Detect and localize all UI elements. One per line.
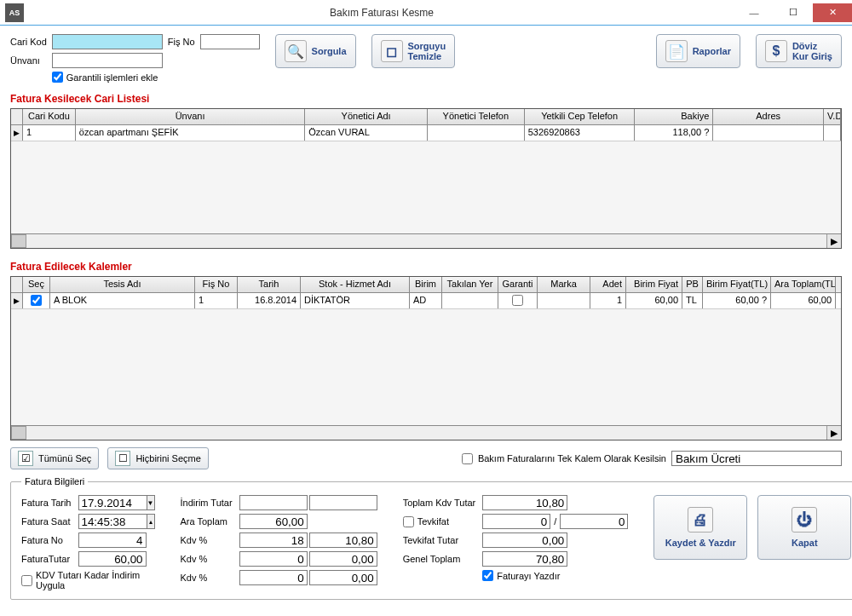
tek-kalem-input[interactable] (671, 451, 842, 466)
raporlar-button[interactable]: 📄 Raporlar (656, 34, 740, 68)
col-pb[interactable]: PB (682, 277, 703, 292)
sorguyu-temizle-button[interactable]: ◻ SorguyuTemizle (371, 34, 456, 68)
print-icon: 🖨 (688, 507, 713, 533)
titlebar: AS Bakım Faturası Kesme — ☐ ✕ (0, 0, 852, 26)
fatura-bilgileri-legend: Fatura Bilgileri (21, 476, 88, 486)
tek-kalem-checkbox[interactable] (462, 453, 473, 464)
search-icon: 🔍 (285, 40, 307, 62)
col-ara-toplam[interactable]: Ara Toplam(TL) (771, 277, 836, 292)
tevkifat-1[interactable] (482, 514, 550, 529)
minimize-button[interactable]: — (734, 3, 774, 22)
fatura-no-input[interactable] (78, 533, 147, 548)
kalem-grid: Seç Tesis Adı Fiş No Tarih Stok - Hizmet… (10, 276, 842, 440)
tek-kalem-label: Bakım Faturalarını Tek Kalem Olarak Kesi… (478, 453, 666, 463)
col-adres[interactable]: Adres (713, 109, 824, 124)
tumunu-sec-button[interactable]: ☑Tümünü Seç (10, 447, 99, 469)
col-yetkili-cep[interactable]: Yetkili Cep Telefon (525, 109, 636, 124)
kapat-button[interactable]: ⏻ Kapat (757, 495, 851, 560)
window-title: Bakım Faturası Kesme (29, 7, 734, 19)
section2-title: Fatura Edilecek Kalemler (10, 261, 842, 273)
tevkifat-tutar-input[interactable] (482, 533, 567, 548)
doviz-kur-button[interactable]: $ DövizKur Giriş (756, 34, 842, 68)
col-birim[interactable]: Birim (410, 277, 442, 292)
kdv1-rate[interactable] (239, 533, 308, 548)
check-icon: ☑ (18, 451, 33, 466)
col-stok[interactable]: Stok - Hizmet Adı (301, 277, 410, 292)
date-dropdown-icon[interactable]: ▼ (147, 495, 155, 510)
power-icon: ⏻ (792, 507, 817, 533)
col-yonetici-tel[interactable]: Yönetici Telefon (428, 109, 525, 124)
ara-toplam-input[interactable] (239, 514, 308, 529)
tevkifat-2[interactable] (560, 514, 628, 529)
col-garanti[interactable]: Garanti (498, 277, 538, 292)
section1-title: Fatura Kesilecek Cari Listesi (10, 93, 842, 105)
cari-kod-label: Cari Kod (10, 37, 47, 47)
kdv3-amount[interactable] (309, 570, 377, 585)
col-tesis[interactable]: Tesis Adı (50, 277, 195, 292)
report-icon: 📄 (665, 40, 688, 62)
genel-toplam-input[interactable] (482, 551, 567, 567)
fatura-tarih-input[interactable] (78, 495, 147, 510)
col-birim-fiyat-tl[interactable]: Birim Fiyat(TL) (703, 277, 771, 292)
row-indicator-icon: ▶ (11, 293, 23, 308)
fatura-tutar-input[interactable] (78, 551, 147, 567)
maximize-button[interactable]: ☐ (774, 3, 813, 22)
row-garanti-checkbox (512, 295, 523, 306)
hicbirini-secme-button[interactable]: ☐Hiçbirini Seçme (107, 447, 208, 469)
col-birim-fiyat[interactable]: Birim Fiyat (626, 277, 682, 292)
col-unvani[interactable]: Ünvanı (76, 109, 305, 124)
fatura-bilgileri-group: Fatura Bilgileri Fatura Tarih ▼ Fatura S… (10, 476, 852, 600)
app-icon: AS (5, 3, 24, 22)
table-row[interactable]: ▶ 1 özcan apartmanı ŞEFİK Özcan VURAL 53… (11, 125, 841, 141)
col-fisno[interactable]: Fiş No (195, 277, 238, 292)
kdv3-rate[interactable] (239, 570, 308, 585)
kdv-indirim-checkbox[interactable] (21, 575, 32, 586)
time-stepper-icon[interactable]: ▴ (147, 514, 155, 529)
hscrollbar[interactable]: ▶ (11, 233, 841, 248)
row-indicator-icon: ▶ (11, 125, 23, 141)
cari-kod-input[interactable] (52, 34, 163, 49)
tevkifat-checkbox[interactable] (403, 516, 414, 527)
fis-no-input[interactable] (200, 34, 260, 49)
close-button[interactable]: ✕ (813, 3, 852, 22)
unvani-label: Ünvanı (10, 55, 47, 66)
col-cari-kodu[interactable]: Cari Kodu (23, 109, 76, 124)
col-marka[interactable]: Marka (538, 277, 590, 292)
uncheck-icon: ☐ (115, 451, 130, 466)
clear-icon: ◻ (381, 40, 403, 62)
cari-grid: Cari Kodu Ünvanı Yönetici Adı Yönetici T… (10, 108, 842, 249)
kaydet-yazdir-button[interactable]: 🖨 Kaydet & Yazdır (653, 495, 747, 560)
fis-no-label: Fiş No (168, 37, 195, 47)
col-bakiye[interactable]: Bakiye (635, 109, 713, 124)
sorgula-button[interactable]: 🔍 Sorgula (275, 34, 356, 68)
col-vd[interactable]: V.D (824, 109, 841, 124)
table-row[interactable]: ▶ A BLOK 1 16.8.2014 DİKTATÖR AD 1 60,00… (11, 293, 841, 309)
col-tarih[interactable]: Tarih (238, 277, 301, 292)
garanti-checkbox[interactable] (52, 72, 63, 83)
col-sec[interactable]: Seç (23, 277, 50, 292)
indirim-input-2[interactable] (309, 495, 377, 510)
kdv2-rate[interactable] (239, 551, 308, 567)
garanti-label: Garantili işlemleri ekle (66, 72, 158, 83)
fatura-saat-input[interactable] (78, 514, 147, 529)
indirim-input-1[interactable] (239, 495, 308, 510)
kdv1-amount[interactable] (309, 533, 377, 548)
col-yonetici-adi[interactable]: Yönetici Adı (305, 109, 428, 124)
col-adet[interactable]: Adet (590, 277, 626, 292)
row-sec-checkbox (31, 295, 42, 306)
hscrollbar[interactable]: ▶ (11, 425, 841, 440)
dollar-icon: $ (765, 40, 787, 62)
col-takilan[interactable]: Takılan Yer (442, 277, 498, 292)
faturayi-yazdir-checkbox[interactable] (482, 570, 493, 581)
unvani-input[interactable] (52, 53, 163, 68)
kdv2-amount[interactable] (309, 551, 377, 567)
toplam-kdv-input[interactable] (482, 495, 567, 510)
